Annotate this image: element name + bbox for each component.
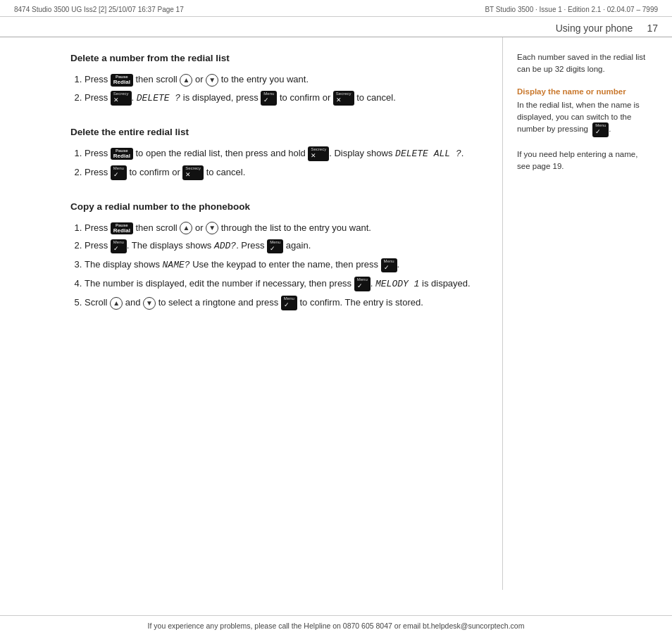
header-right: BT Studio 3500 · Issue 1 · Edition 2.1 ·… xyxy=(485,6,658,13)
x-button-1: Secrecy ✕ xyxy=(111,91,132,106)
footer-text: If you experience any problems, please c… xyxy=(148,622,525,630)
sidebar-note-2-body: In the redial list, when the name is dis… xyxy=(517,101,640,134)
redial-button-3: Pause Redial xyxy=(111,222,133,235)
display-text-add: ADD? xyxy=(214,241,236,251)
check-button-6: Menu ✓ xyxy=(354,277,371,291)
x-button-4: Secrecy ✕ xyxy=(182,165,204,180)
x-button-2: Secrecy ✕ xyxy=(333,91,354,106)
section-title-copy-redial: Copy a redial number to the phonebook xyxy=(70,200,488,214)
steps-copy-redial: Press Pause Redial then scroll ▲ or ▼ th… xyxy=(70,221,488,310)
check-button-5: Menu ✓ xyxy=(381,258,397,273)
check-button-7: Menu ✓ xyxy=(281,296,297,310)
check-button-sidebar: Menu ✓ xyxy=(592,122,609,137)
check-button-3: Menu ✓ xyxy=(111,239,127,254)
scroll-up-button: ▲ xyxy=(180,74,192,87)
header-left: 8474 Studio 3500 UG Iss2 [2] 25/10/07 16… xyxy=(14,6,184,13)
redial-button-2: Pause Redial xyxy=(111,148,133,160)
page-title: Using your phone xyxy=(556,23,633,34)
sidebar-note-2: Display the name or number In the redial… xyxy=(517,86,647,137)
step-2-copy-redial: Press Menu ✓ . The displays shows ADD?. … xyxy=(85,239,488,253)
page-footer: If you experience any problems, please c… xyxy=(0,615,672,637)
section-title-delete-number: Delete a number from the redial list xyxy=(70,51,488,65)
main-content: Delete a number from the redial list Pre… xyxy=(14,37,503,590)
x-button-3: Secrecy ✕ xyxy=(308,146,329,161)
sidebar: Each number saved in the redial list can… xyxy=(503,37,658,590)
sidebar-note-1: Each number saved in the redial list can… xyxy=(517,51,647,75)
section-delete-entire: Delete the entire redial list Press Paus… xyxy=(70,125,488,180)
step-1-delete-number: Press Pause Redial then scroll ▲ or ▼ to… xyxy=(85,72,488,87)
check-button-1: Menu ✓ xyxy=(261,91,277,106)
step-5-copy-redial: Scroll ▲ and ▼ to select a ringtone and … xyxy=(85,296,488,310)
page-title-bar: Using your phone 17 xyxy=(0,17,672,37)
sidebar-note-2-title: Display the name or number xyxy=(517,86,647,98)
step-1-copy-redial: Press Pause Redial then scroll ▲ or ▼ th… xyxy=(85,221,488,235)
display-text-delete-all: DELETE ALL ? xyxy=(395,149,461,159)
section-copy-redial: Copy a redial number to the phonebook Pr… xyxy=(70,200,488,310)
check-button-2: Menu ✓ xyxy=(111,165,127,180)
scroll-down-button: ▼ xyxy=(206,74,218,87)
scroll-up-button-3: ▲ xyxy=(110,297,123,310)
display-text-delete: DELETE ? xyxy=(137,93,180,103)
section-title-delete-entire: Delete the entire redial list xyxy=(70,125,488,139)
step-2-delete-entire: Press Menu ✓ to confirm or Secrecy ✕ to … xyxy=(85,165,488,180)
step-3-copy-redial: The display shows NAME? Use the keypad t… xyxy=(85,258,488,272)
scroll-up-button-2: ▲ xyxy=(180,222,192,234)
step-2-delete-number: Press Secrecy ✕ . DELETE ? is displayed,… xyxy=(85,91,488,106)
step-4-copy-redial: The number is displayed, edit the number… xyxy=(85,277,488,291)
display-text-melody: MELODY 1 xyxy=(375,279,419,289)
content-area: Delete a number from the redial list Pre… xyxy=(0,37,672,590)
check-button-4: Menu ✓ xyxy=(267,239,283,254)
page-number: 17 xyxy=(647,23,658,34)
section-delete-number: Delete a number from the redial list Pre… xyxy=(70,51,488,106)
step-1-delete-entire: Press Pause Redial to open the redial li… xyxy=(85,146,488,161)
scroll-down-button-3: ▼ xyxy=(143,297,156,310)
scroll-down-button-2: ▼ xyxy=(206,222,218,234)
steps-delete-number: Press Pause Redial then scroll ▲ or ▼ to… xyxy=(70,72,488,105)
display-text-name: NAME? xyxy=(163,260,190,270)
sidebar-note-3: If you need help entering a name, see pa… xyxy=(517,149,647,172)
redial-button: Pause Redial xyxy=(111,74,133,87)
steps-delete-entire: Press Pause Redial to open the redial li… xyxy=(70,146,488,180)
page-header: 8474 Studio 3500 UG Iss2 [2] 25/10/07 16… xyxy=(0,0,672,17)
